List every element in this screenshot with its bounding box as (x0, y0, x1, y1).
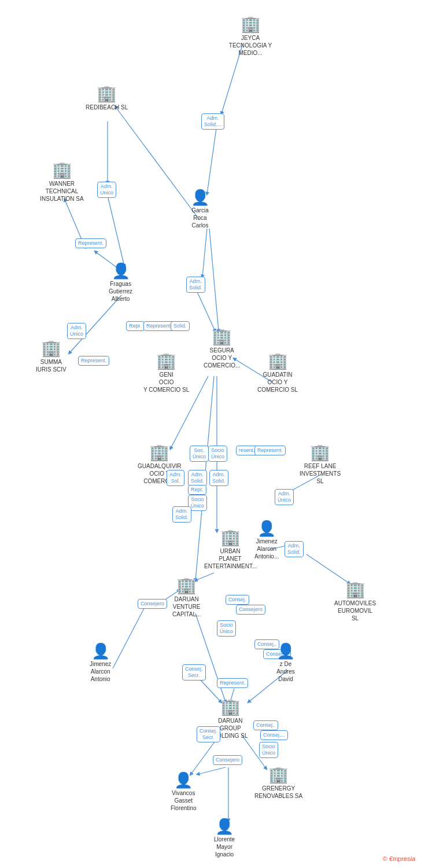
guadalquivir-icon: 🏢 (149, 444, 169, 461)
represent-fraguas3-badge[interactable]: Represent. (78, 356, 109, 366)
repr-guadal-badge[interactable]: Repr. (188, 485, 206, 495)
consej-secr2-badge[interactable]: Consej.Secr. (197, 726, 220, 742)
represent-fraguas2-badge[interactable]: Represent. (143, 321, 175, 331)
fraguas-label: FraguasGutierrezAlberto (109, 280, 132, 303)
copyright: © €mpresia (383, 855, 415, 862)
consejero2-badge[interactable]: Consejero (236, 605, 265, 615)
adm-solid-guadal2-badge[interactable]: Adm.Solid. (188, 470, 207, 486)
svg-line-10 (195, 288, 215, 331)
summa-iuris-label: SUMMAIURIS SCIV (36, 358, 67, 373)
adm-solid-guadal4-badge[interactable]: Adm.Solid. (172, 506, 191, 523)
vivancos-icon: 👤 (174, 773, 193, 788)
urban-planet-icon: 🏢 (220, 529, 241, 546)
jimenez-de-andres-label: z DeAndresDavid (276, 660, 295, 683)
adm-solid-garcia-badge[interactable]: Adm.Solid. (186, 277, 205, 293)
consej4-badge[interactable]: Consej.. (253, 720, 278, 730)
wanner-icon: 🏢 (52, 162, 72, 178)
socio-unico-daruan-badge[interactable]: SocioÚnico (217, 620, 236, 637)
repr-fraguas1-badge[interactable]: Repr. (126, 321, 145, 331)
guadatin-icon: 🏢 (268, 353, 288, 369)
redibeach-node[interactable]: 🏢 REDIBEACH SL (86, 86, 128, 111)
fraguas-icon: 👤 (112, 263, 130, 278)
jeyca-icon: 🏢 (241, 16, 261, 32)
jimenez-alarcon2-icon: 👤 (91, 643, 110, 659)
fraguas-node[interactable]: 👤 FraguasGutierrezAlberto (109, 263, 132, 303)
daruan-venture-node[interactable]: 🏢 DARUANVENTURECAPITAL... (172, 578, 201, 618)
urban-planet-node[interactable]: 🏢 URBANPLANETENTERTAINMENT... (204, 529, 256, 570)
jimenez-alarcon2-node[interactable]: 👤 JimenezAlarconAntonio (90, 643, 111, 683)
redibeach-label: REDIBEACH SL (86, 104, 128, 111)
consej5-badge[interactable]: Consej.... (260, 730, 288, 740)
garcia-roca-node[interactable]: 👤 GarciaRocaCarlos (191, 190, 209, 229)
grenergy-icon: 🏢 (268, 767, 289, 783)
automoviles-label: AUTOMOVILESEUROMOVILSL (334, 599, 376, 622)
jimenez-antonio1-node[interactable]: 👤 JimenezAlarconAntonio... (254, 521, 279, 560)
svg-line-1 (207, 124, 217, 194)
daruan-venture-icon: 🏢 (176, 578, 197, 594)
consej2-badge[interactable]: Consej.. (254, 639, 279, 649)
segura-label: SEGURAOCIO YCOMERCIO... (204, 347, 240, 369)
socio-unico4-badge[interactable]: SocioÚnico (259, 742, 278, 758)
consejero1-badge[interactable]: Consejero (138, 599, 167, 609)
svg-line-17 (306, 554, 349, 583)
adm-solid-jeyca-badge[interactable]: Adm.Solid.... (201, 113, 224, 130)
adm-solid-jimenez-badge[interactable]: Adm.Solid. (285, 541, 304, 557)
represent5-badge[interactable]: Represent. (254, 446, 286, 455)
soc-unico1-badge[interactable]: Soc.Único (190, 446, 209, 462)
jeyca-label: JEYCA TECNOLOGIA Y MEDIO... (224, 34, 276, 57)
summa-iuris-node[interactable]: 🏢 SUMMAIURIS SCIV (36, 340, 67, 373)
garcia-roca-icon: 👤 (191, 190, 209, 205)
adm-solid-guadal3-badge[interactable]: Adm.Solid. (209, 470, 228, 486)
jimenez-alarcon2-label: JimenezAlarconAntonio (90, 660, 111, 683)
jimenez-de-andres-icon: 👤 (276, 643, 295, 659)
consejero3-badge[interactable]: Consejero (213, 755, 242, 765)
segura-node[interactable]: 🏢 SEGURAOCIO YCOMERCIO... (204, 329, 240, 369)
adm-unico-summa-badge[interactable]: Adm.Unico (67, 323, 86, 339)
adm-unico-reef-badge[interactable]: Adm.Único (275, 489, 294, 505)
represent-wanner-badge[interactable]: Represent. (75, 238, 106, 248)
consej1-badge[interactable]: Consej. (226, 595, 249, 605)
graph-container: 🏢 JEYCA TECNOLOGIA Y MEDIO... Adm.Solid.… (0, 0, 421, 868)
vivancos-label: VivancosGassetFlorentino (171, 789, 196, 812)
vivancos-node[interactable]: 👤 VivancosGassetFlorentino (171, 773, 196, 812)
reef-label: REEF LANEINVESTMENTSSL (300, 462, 341, 485)
urban-planet-label: URBANPLANETENTERTAINMENT... (204, 547, 256, 570)
genl-icon: 🏢 (156, 353, 176, 369)
adm-sol-guadal-badge[interactable]: Adm.Sol. (167, 470, 184, 486)
jimenez-de-andres-node[interactable]: 👤 z DeAndresDavid (276, 643, 295, 683)
jimenez-antonio1-label: JimenezAlarconAntonio... (254, 538, 279, 560)
daruan-group-icon: 🏢 (220, 699, 241, 715)
reef-node[interactable]: 🏢 REEF LANEINVESTMENTSSL (300, 444, 341, 485)
garcia-roca-label: GarciaRocaCarlos (191, 207, 208, 229)
adm-unico-wanner-badge[interactable]: Adm.Unico (97, 182, 116, 198)
svg-line-2 (202, 229, 207, 277)
automoviles-node[interactable]: 🏢 AUTOMOVILESEUROMOVILSL (334, 582, 376, 622)
segura-icon: 🏢 (212, 329, 232, 345)
represent-daruan-badge[interactable]: Represent. (217, 678, 248, 688)
redibeach-icon: 🏢 (97, 86, 117, 102)
guadatin-label: GUADATINOCIO YCOMERCIO SL (257, 371, 298, 393)
consej-secr-badge[interactable]: Consej.Secr. (182, 664, 206, 681)
wanner-label: WANNER TECHNICAL INSULATION SA (36, 180, 88, 203)
svg-line-3 (116, 107, 200, 220)
automoviles-icon: 🏢 (345, 582, 365, 598)
guadatin-node[interactable]: 🏢 GUADATINOCIO YCOMERCIO SL (257, 353, 298, 393)
llorente-node[interactable]: 👤 LlorenteMayorIgnacio (214, 819, 235, 858)
n-solid-fraguas-badge[interactable]: Solid. (171, 321, 190, 331)
genl-node[interactable]: 🏢 GENIOCIOY COMERCIO SL (143, 353, 189, 393)
reef-icon: 🏢 (310, 444, 330, 461)
socio-unico2-badge[interactable]: SocioÚnico (208, 446, 227, 462)
svg-line-5 (108, 196, 124, 266)
llorente-icon: 👤 (215, 819, 234, 834)
svg-line-26 (198, 767, 226, 774)
svg-line-19 (113, 602, 147, 668)
svg-line-9 (209, 229, 219, 331)
grenergy-node[interactable]: 🏢 GRENERGYRENOVABLES SA (254, 767, 302, 800)
genl-label: GENIOCIOY COMERCIO SL (143, 371, 189, 393)
jimenez-antonio1-icon: 👤 (257, 521, 276, 536)
llorente-label: LlorenteMayorIgnacio (214, 836, 235, 858)
daruan-venture-label: DARUANVENTURECAPITAL... (172, 595, 201, 618)
jeyca-node[interactable]: 🏢 JEYCA TECNOLOGIA Y MEDIO... (224, 16, 276, 57)
wanner-node[interactable]: 🏢 WANNER TECHNICAL INSULATION SA (36, 162, 88, 203)
grenergy-label: GRENERGYRENOVABLES SA (254, 785, 302, 800)
